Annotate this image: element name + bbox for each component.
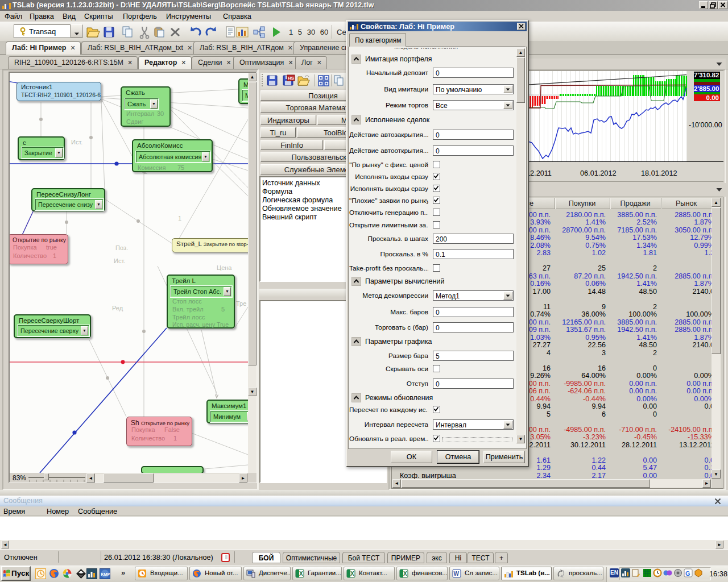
svg-text:W: W xyxy=(454,571,460,577)
svg-text:HS: HS xyxy=(288,76,295,81)
svg-text:X: X xyxy=(299,571,303,577)
svg-text:KMP: KMP xyxy=(101,572,110,576)
svg-text:X: X xyxy=(350,571,354,577)
svg-text:X: X xyxy=(403,571,407,577)
